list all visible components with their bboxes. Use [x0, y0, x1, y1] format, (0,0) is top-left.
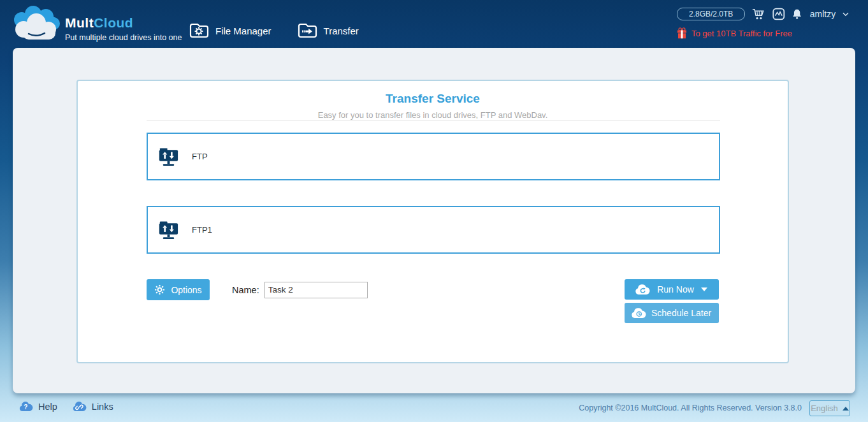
connection-label: FTP1: [192, 225, 212, 235]
options-button-label: Options: [171, 285, 201, 295]
tab-file-manager-label: File Manager: [215, 25, 271, 36]
tab-transfer[interactable]: Transfer: [297, 22, 359, 40]
brand-text: MultCloud Put multiple cloud drives into…: [65, 15, 182, 42]
ftp-folder-icon: [157, 145, 180, 168]
header-user-area: 2.8GB/2.0TB amltzy: [677, 7, 849, 39]
header: MultCloud Put multiple cloud drives into…: [0, 0, 868, 48]
content-wrapper: Transfer Service Easy for you to transfe…: [13, 48, 855, 393]
multcloud-logo-icon: [9, 6, 62, 43]
tab-transfer-label: Transfer: [324, 25, 359, 36]
brand-name-bold: Mult: [65, 15, 94, 30]
promo-label: To get 10TB Traffic for Free: [691, 29, 792, 38]
page-title: Transfer Service: [78, 92, 788, 106]
connection-label: FTP: [192, 152, 208, 161]
main-nav: File Manager Transfer: [189, 22, 359, 40]
task-name-label: Name:: [232, 285, 259, 295]
connection-row-ftp1[interactable]: FTP1: [147, 206, 720, 254]
help-cloud-icon: ?: [19, 402, 34, 412]
task-name-input[interactable]: [264, 282, 368, 298]
ftp-folder-icon: [157, 219, 180, 241]
svg-text:?: ?: [24, 404, 27, 411]
username-label[interactable]: amltzy: [810, 9, 835, 19]
cart-icon[interactable]: [752, 7, 765, 21]
chevron-down-icon[interactable]: [843, 12, 849, 17]
schedule-later-label: Schedule Later: [651, 308, 711, 318]
brand-tagline: Put multiple cloud drives into one: [65, 33, 182, 42]
tab-file-manager[interactable]: File Manager: [189, 22, 271, 40]
bell-icon[interactable]: [792, 8, 802, 20]
help-link-label: Help: [38, 402, 57, 412]
run-now-dropdown-caret-icon[interactable]: [701, 287, 707, 291]
brand-name-light: Cloud: [94, 15, 133, 30]
folder-arrow-icon: [297, 22, 317, 40]
connection-row-ftp[interactable]: FTP: [147, 133, 720, 180]
divider: [147, 120, 720, 121]
run-now-button[interactable]: Run Now: [625, 279, 719, 300]
footer: ? Help Links Copyright ©2016 MultCloud. …: [0, 393, 868, 422]
promo-banner[interactable]: To get 10TB Traffic for Free: [677, 27, 849, 39]
copyright-text: Copyright ©2016 MultCloud. All Rights Re…: [579, 404, 802, 412]
cloud-clock-icon: [631, 308, 646, 319]
links-link-label: Links: [92, 402, 113, 412]
language-caret-up-icon: [843, 407, 849, 411]
options-button[interactable]: Options: [147, 279, 210, 300]
storage-usage-bar[interactable]: 2.8GB/2.0TB: [677, 8, 745, 20]
activity-icon[interactable]: [772, 7, 785, 21]
help-link[interactable]: ? Help: [19, 402, 57, 412]
transfer-panel: Transfer Service Easy for you to transfe…: [76, 80, 789, 363]
links-cloud-icon: [73, 402, 87, 412]
storage-usage-label: 2.8GB/2.0TB: [689, 10, 733, 18]
language-selector[interactable]: English: [809, 400, 850, 416]
language-label: English: [811, 404, 838, 413]
page-subtitle: Easy for you to transfer files in cloud …: [78, 110, 788, 120]
run-now-label: Run Now: [650, 284, 701, 295]
links-link[interactable]: Links: [73, 402, 113, 412]
gift-icon: [677, 27, 687, 39]
gear-icon: [154, 284, 165, 295]
schedule-later-button[interactable]: Schedule Later: [625, 303, 719, 323]
folder-gear-icon: [189, 22, 209, 40]
cloud-sync-icon: [635, 284, 650, 295]
